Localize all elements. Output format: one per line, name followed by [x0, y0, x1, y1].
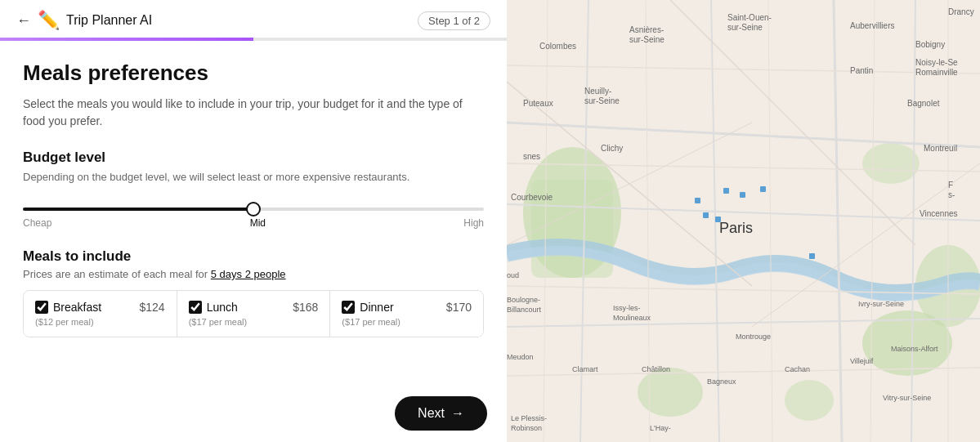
svg-text:Vincennes: Vincennes	[920, 209, 958, 218]
svg-rect-70	[723, 188, 729, 194]
svg-text:L'Hay-: L'Hay-	[650, 424, 671, 432]
svg-text:Noisy-le-Se: Noisy-le-Se	[915, 58, 958, 67]
svg-point-5	[862, 143, 920, 184]
svg-text:Neuilly-: Neuilly-	[584, 87, 611, 96]
meal-checkbox-dinner[interactable]	[342, 301, 355, 314]
svg-rect-69	[695, 198, 700, 203]
meals-title: Meals to include	[23, 248, 484, 265]
svg-text:Aubervilliers: Aubervilliers	[850, 21, 894, 30]
footer: Next →	[0, 385, 507, 442]
meal-per-breakfast: ($12 per meal)	[35, 317, 165, 327]
svg-text:Le Plessis-: Le Plessis-	[511, 414, 547, 422]
svg-text:Montreuil: Montreuil	[924, 144, 957, 153]
meal-name-breakfast: Breakfast	[53, 301, 135, 314]
slider-labels: Cheap Mid High	[23, 217, 484, 229]
page-description: Select the meals you would like to inclu…	[23, 96, 484, 130]
next-arrow-icon: →	[451, 406, 464, 421]
svg-text:Romainville: Romainville	[915, 68, 958, 77]
meal-cards: Breakfast $124 ($12 per meal) Lunch $168…	[23, 290, 484, 337]
svg-text:Saint-Ouen-: Saint-Ouen-	[727, 13, 772, 22]
meal-card-header-breakfast: Breakfast $124	[35, 301, 165, 314]
svg-rect-74	[715, 217, 721, 222]
svg-text:s-: s-	[948, 190, 955, 199]
svg-text:Boulogne-: Boulogne-	[507, 296, 540, 304]
svg-text:Courbevoie: Courbevoie	[511, 193, 553, 202]
page-title: Meals preferences	[23, 60, 484, 86]
map-svg: Colombes Asnières- sur-Seine Saint-Ouen-…	[507, 0, 980, 442]
svg-text:Robinson: Robinson	[511, 424, 542, 432]
svg-text:Ivry-sur-Seine: Ivry-sur-Seine	[858, 300, 904, 308]
svg-rect-75	[809, 253, 815, 259]
next-label: Next	[418, 406, 445, 421]
logo-icon: ✏️	[38, 10, 60, 31]
meal-per-lunch: ($17 per meal)	[189, 317, 319, 327]
meal-card-header-dinner: Dinner $170	[342, 301, 472, 314]
svg-text:Moulineaux: Moulineaux	[613, 314, 651, 322]
svg-text:Maisons-Alfort: Maisons-Alfort	[891, 345, 938, 353]
svg-point-3	[638, 368, 703, 417]
slider-label-high: High	[463, 217, 484, 229]
svg-text:Montrouge: Montrouge	[736, 333, 771, 341]
header-left: ← ✏️ Trip Planner AI	[16, 10, 152, 31]
content-area: Meals preferences Select the meals you w…	[0, 41, 507, 385]
meal-checkbox-lunch[interactable]	[189, 301, 202, 314]
svg-text:Puteaux: Puteaux	[523, 99, 553, 108]
svg-text:Billancourt: Billancourt	[507, 306, 542, 314]
map-panel: Colombes Asnières- sur-Seine Saint-Ouen-…	[507, 0, 980, 442]
svg-text:Clamart: Clamart	[572, 365, 598, 373]
slider-label-mid: Mid	[250, 217, 266, 229]
svg-text:Villejuif: Villejuif	[850, 357, 874, 365]
meal-price-breakfast: $124	[140, 301, 165, 314]
svg-text:snes: snes	[523, 152, 540, 161]
svg-text:oud: oud	[507, 271, 519, 279]
svg-text:Cachan: Cachan	[785, 365, 810, 373]
next-button[interactable]: Next →	[395, 396, 487, 431]
svg-rect-73	[703, 212, 709, 218]
svg-rect-71	[740, 192, 745, 198]
meal-card-breakfast: Breakfast $124 ($12 per meal)	[24, 291, 177, 337]
svg-text:Bobigny: Bobigny	[915, 40, 945, 49]
svg-text:Asnières-: Asnières-	[629, 25, 664, 34]
app-title: Trip Planner AI	[66, 13, 152, 28]
budget-slider-container: Cheap Mid High	[23, 199, 484, 229]
budget-slider[interactable]	[23, 208, 484, 211]
meals-link[interactable]: 5 days 2 people	[211, 268, 286, 280]
svg-text:Drancy: Drancy	[948, 7, 974, 16]
back-button[interactable]: ←	[16, 13, 31, 28]
header: ← ✏️ Trip Planner AI Step 1 of 2	[0, 0, 507, 33]
svg-text:Paris: Paris	[719, 220, 753, 236]
svg-text:Colombes: Colombes	[539, 42, 576, 51]
svg-text:Meudon: Meudon	[507, 353, 534, 361]
budget-description: Depending on the budget level, we will s…	[23, 171, 484, 183]
step-badge: Step 1 of 2	[418, 11, 490, 30]
svg-text:Pantin: Pantin	[850, 66, 873, 75]
svg-point-7	[785, 380, 834, 421]
meal-price-dinner: $170	[446, 301, 472, 314]
meal-name-dinner: Dinner	[360, 301, 441, 314]
svg-text:F: F	[948, 181, 953, 190]
budget-title: Budget level	[23, 150, 484, 166]
meals-description: Prices are an estimate of each meal for …	[23, 268, 484, 280]
svg-text:Clichy: Clichy	[601, 144, 623, 153]
meal-per-dinner: ($17 per meal)	[342, 317, 472, 327]
meal-card-lunch: Lunch $168 ($17 per meal)	[177, 291, 331, 337]
svg-text:Bagnolet: Bagnolet	[907, 99, 940, 108]
svg-text:Châtillon: Châtillon	[642, 365, 670, 373]
svg-text:Issy-les-: Issy-les-	[613, 304, 641, 312]
svg-text:Vitry-sur-Seine: Vitry-sur-Seine	[883, 394, 931, 402]
svg-text:sur-Seine: sur-Seine	[629, 35, 665, 44]
meal-price-lunch: $168	[293, 301, 318, 314]
meal-card-dinner: Dinner $170 ($17 per meal)	[330, 291, 483, 337]
svg-text:Bagneux: Bagneux	[707, 377, 736, 386]
meal-name-lunch: Lunch	[207, 301, 289, 314]
meal-card-header-lunch: Lunch $168	[189, 301, 319, 314]
slider-label-cheap: Cheap	[23, 217, 51, 229]
svg-text:sur-Seine: sur-Seine	[727, 23, 763, 32]
svg-text:sur-Seine: sur-Seine	[584, 96, 620, 105]
meal-checkbox-breakfast[interactable]	[35, 301, 48, 314]
left-panel: ← ✏️ Trip Planner AI Step 1 of 2 Meals p…	[0, 0, 507, 442]
svg-rect-72	[760, 186, 766, 192]
